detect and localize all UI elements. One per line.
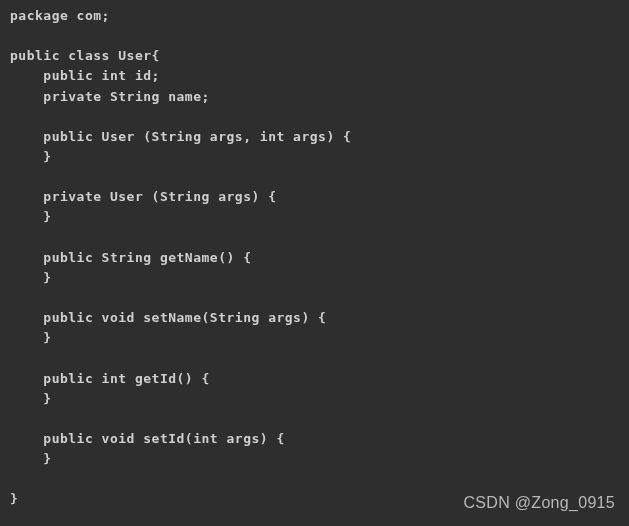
code-line: } [10,270,52,285]
code-line: public int id; [10,68,160,83]
code-line: package com; [10,8,110,23]
code-line: public class User{ [10,48,160,63]
code-line: } [10,149,52,164]
code-line: public User (String args, int args) { [10,129,351,144]
code-line: private String name; [10,89,210,104]
code-line: public void setId(int args) { [10,431,285,446]
code-line: public void setName(String args) { [10,310,326,325]
code-line: } [10,330,52,345]
code-line: private User (String args) { [10,189,276,204]
code-line: } [10,451,52,466]
code-line: public int getId() { [10,371,210,386]
code-line: } [10,491,18,506]
code-line: } [10,391,52,406]
code-line: } [10,209,52,224]
watermark-text: CSDN @Zong_0915 [464,491,615,516]
code-line: public String getName() { [10,250,251,265]
code-block: package com; public class User{ public i… [0,0,629,520]
